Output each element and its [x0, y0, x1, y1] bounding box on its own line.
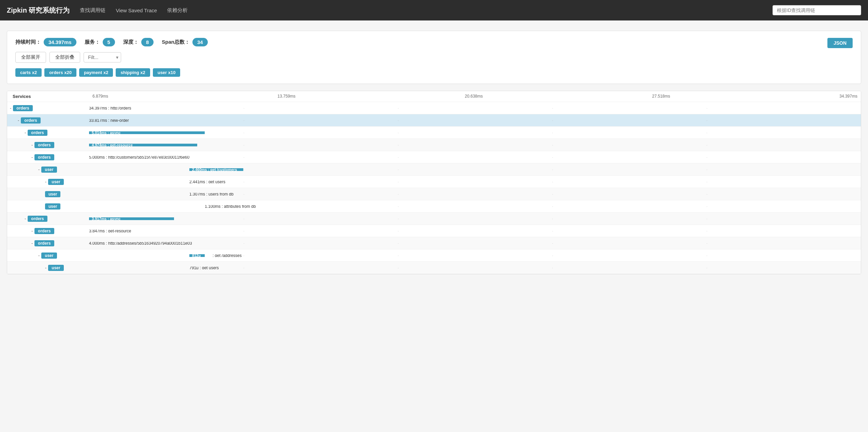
timeline-dot: · — [243, 230, 244, 232]
collapse-button[interactable]: - — [38, 167, 40, 172]
timeline-dot: · — [707, 242, 708, 245]
collapse-button[interactable]: - — [31, 142, 33, 147]
service-tag-user: user — [48, 179, 63, 185]
timeline-header: Services 6.879ms 13.759ms 20.638ms 27.51… — [7, 91, 861, 102]
service-tag-orders: orders — [28, 216, 47, 222]
row-service-col: -orders — [7, 128, 89, 137]
tag-payment[interactable]: payment x2 — [79, 68, 113, 77]
table-row[interactable]: -orders·····3.847ms : get-resource — [7, 225, 861, 237]
service-tag-user: user — [45, 191, 60, 197]
timeline-dot: · — [707, 217, 708, 220]
search-input[interactable] — [772, 5, 861, 15]
timeline-dot: · — [707, 193, 708, 196]
timeline-dot: · — [243, 168, 244, 171]
collapse-button[interactable]: - — [31, 228, 33, 233]
table-row[interactable]: -orders·····3.917ms : async — [7, 213, 861, 225]
service-tag-orders: orders — [34, 154, 54, 160]
timeline-dot: · — [398, 230, 399, 232]
timeline-dot: · — [398, 181, 399, 183]
filter-select[interactable]: Filt... — [84, 52, 121, 62]
collapse-button[interactable]: - — [18, 118, 19, 123]
timeline-dot: · — [398, 193, 399, 196]
expand-all-button[interactable]: 全部展开 — [15, 52, 46, 63]
table-row[interactable]: -orders·····5.014ms : async — [7, 127, 861, 139]
service-tag-user: user — [48, 265, 63, 271]
timeline-dot: · — [243, 181, 244, 183]
table-row[interactable]: user·····1.307ms : users from db — [7, 188, 861, 200]
row-service-col: -orders — [7, 141, 89, 149]
span-label: 1.100ms : attributes from db — [205, 205, 256, 208]
main-content: 持续时间： 34.397ms 服务： 5 深度： 8 Span总数： 34 — [0, 20, 868, 285]
row-service-col: -orders — [7, 116, 89, 125]
row-service-col: -user — [7, 251, 89, 260]
timeline-dot: · — [552, 242, 553, 245]
row-timeline-col: ·····34.397ms : http:/orders — [89, 107, 861, 110]
timeline-dot: · — [552, 217, 553, 220]
row-service-col: -orders — [7, 214, 89, 223]
tag-user[interactable]: user x10 — [153, 68, 180, 77]
timeline-dot: · — [707, 156, 708, 159]
timeline-dot: · — [707, 144, 708, 146]
timeline-dot: · — [707, 107, 708, 110]
nav-view-saved-trace[interactable]: View Saved Trace — [116, 8, 157, 13]
collapse-button[interactable]: - — [38, 253, 40, 258]
service-tag-orders: orders — [13, 105, 32, 111]
service-tag-orders: orders — [34, 228, 54, 234]
row-timeline-col: ·····2.441ms : get users — [89, 181, 861, 183]
timeline-dot: · — [243, 242, 244, 245]
tag-shipping[interactable]: shipping x2 — [116, 68, 150, 77]
timeline-dot: · — [243, 119, 244, 122]
table-row[interactable]: -orders·····4.000ms : http:/addresses/5b… — [7, 237, 861, 249]
span-bar: 2.460ms : get /customers — [189, 168, 243, 171]
timeline-dot: · — [398, 168, 399, 171]
collapse-button[interactable]: - — [31, 155, 33, 160]
row-service-col: -user — [7, 263, 89, 272]
timeline-dot: · — [707, 230, 708, 232]
timeline-dot: · — [398, 267, 399, 269]
row-timeline-col: ·····2.460ms : get /customers — [89, 168, 861, 171]
timeline-dot: · — [398, 156, 399, 159]
collapse-button[interactable]: - — [10, 105, 11, 111]
nav-find-traces[interactable]: 查找调用链 — [80, 7, 105, 14]
tag-orders[interactable]: orders x20 — [44, 68, 76, 77]
tag-carts[interactable]: carts x2 — [15, 68, 42, 77]
service-tag-user: user — [45, 203, 60, 210]
row-timeline-col: ·····812μ: get /addresses — [89, 254, 861, 257]
timeline-dot: · — [552, 107, 553, 110]
table-row[interactable]: -orders·····5.000ms : http:/customers/5b… — [7, 151, 861, 163]
timeline-dot: · — [552, 193, 553, 196]
span-bar: 5.014ms : async — [89, 131, 205, 134]
collapse-button[interactable]: - — [45, 179, 46, 184]
row-timeline-col: ·····3.847ms : get-resource — [89, 230, 861, 232]
duration-label: 持续时间： — [15, 39, 41, 45]
marker-4: 34.397ms — [839, 94, 857, 99]
collapse-button[interactable]: - — [25, 216, 26, 221]
service-tag-orders: orders — [34, 240, 54, 246]
depth-value: 8 — [141, 38, 154, 46]
collapse-all-button[interactable]: 全部折叠 — [49, 52, 80, 63]
table-row[interactable]: -user·····791μ : get users — [7, 262, 861, 274]
span-label: 33.817ms : new-order — [89, 119, 129, 122]
table-row[interactable]: -user·····2.441ms : get users — [7, 176, 861, 188]
timeline-dot: · — [707, 119, 708, 122]
table-row[interactable]: -user·····812μ: get /addresses — [7, 249, 861, 262]
timeline-dot: · — [552, 267, 553, 269]
timeline-dot: · — [243, 107, 244, 110]
collapse-button[interactable]: - — [25, 130, 26, 135]
row-service-col: -orders — [7, 104, 89, 113]
table-row[interactable]: user·····1.100ms : attributes from db — [7, 200, 861, 213]
timeline-dot: · — [398, 131, 399, 134]
json-button[interactable]: JSON — [827, 38, 853, 48]
table-row[interactable]: -user·····2.460ms : get /customers — [7, 163, 861, 176]
timeline-dot: · — [243, 156, 244, 159]
service-tag-orders: orders — [34, 142, 54, 148]
collapse-button[interactable]: - — [45, 265, 46, 270]
row-service-col: -user — [7, 165, 89, 174]
nav-dependency[interactable]: 依赖分析 — [167, 7, 188, 14]
table-row[interactable]: -orders·····4.974ms : get-resource — [7, 139, 861, 151]
row-timeline-col: ·····791μ : get users — [89, 267, 861, 269]
collapse-button[interactable]: - — [31, 241, 33, 246]
navbar: Zipkin 研究系统行为 查找调用链 View Saved Trace 依赖分… — [0, 0, 868, 20]
table-row[interactable]: -orders·····34.397ms : http:/orders — [7, 102, 861, 114]
table-row[interactable]: -orders·····33.817ms : new-order — [7, 114, 861, 127]
